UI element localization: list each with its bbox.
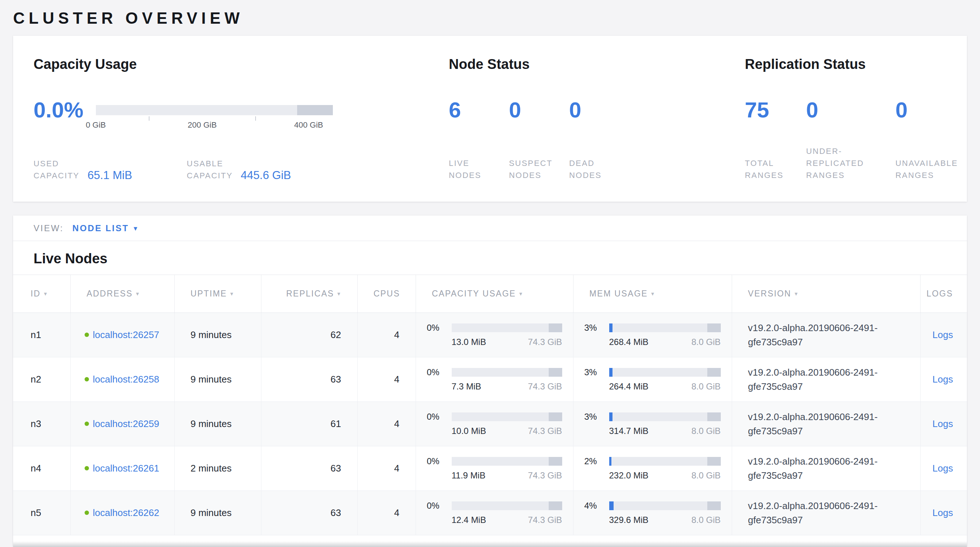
suspect-nodes-label: SUSPECT NODES <box>509 157 569 181</box>
table-header-row: ID▾ ADDRESS▾ UPTIME▾ REPLICAS▾ CPUS CAPA… <box>13 275 967 313</box>
capacity-total-value: 74.3 GiB <box>528 426 562 436</box>
capacity-pct: 0% <box>427 323 452 333</box>
logs-link[interactable]: Logs <box>932 374 953 385</box>
dead-nodes-label: DEAD NODES <box>569 157 601 181</box>
mem-used-value: 232.0 MiB <box>609 471 649 481</box>
capacity-bar <box>96 105 333 115</box>
node-version-cell: v19.2.0-alpha.20190606-2491-gfe735c9a97 <box>732 491 920 535</box>
view-bar: VIEW: NODE LIST ▾ <box>13 216 967 241</box>
mem-usage-cell: 2% 232.0 MiB 8.0 GiB <box>573 446 732 491</box>
node-id-cell: n2 <box>13 357 70 402</box>
live-nodes-title: Live Nodes <box>33 251 967 267</box>
table-row-partial <box>13 535 967 547</box>
dead-nodes-stat: 0 DEAD NODES <box>569 99 601 181</box>
mem-bar-fill <box>609 412 612 421</box>
mem-bar-tail <box>707 323 721 332</box>
node-status-title: Node Status <box>449 56 745 72</box>
mem-total-value: 8.0 GiB <box>691 382 721 392</box>
unavailable-ranges-label: UNAVAILABLE RANGES <box>896 157 958 181</box>
mem-bar-tail <box>707 457 721 466</box>
node-live-dot-icon <box>84 332 89 337</box>
node-address-cell: localhost:26257 <box>70 313 174 357</box>
mem-usage-meter: 4% 329.6 MiB 8.0 GiB <box>584 501 721 525</box>
capacity-usage-cell: 0% 12.4 MiB 74.3 GiB <box>415 491 573 535</box>
node-uptime-cell: 9 minutes <box>174 313 261 357</box>
logs-link[interactable]: Logs <box>932 418 953 429</box>
node-version-cell: v19.2.0-alpha.20190606-2491-gfe735c9a97 <box>732 402 920 446</box>
capacity-bar <box>452 457 562 466</box>
col-header-uptime[interactable]: UPTIME▾ <box>174 275 261 313</box>
capacity-percent: 0.0% <box>33 99 83 121</box>
node-cpus-cell: 4 <box>357 446 415 491</box>
logs-link[interactable]: Logs <box>932 463 953 474</box>
mem-used-value: 329.6 MiB <box>609 515 649 525</box>
axis-label-0: 0 GiB <box>86 120 106 130</box>
capacity-bar-tail <box>549 412 562 421</box>
node-logs-cell: Logs <box>920 402 967 446</box>
node-address-link[interactable]: localhost:26261 <box>93 462 159 475</box>
node-address-link[interactable]: localhost:26257 <box>93 328 159 341</box>
col-header-mem-usage[interactable]: MEM USAGE▾ <box>573 275 732 313</box>
node-address-link[interactable]: localhost:26258 <box>93 373 159 386</box>
table-row: n5 localhost:26262 9 minutes 63 4 0% <box>13 491 967 535</box>
under-replicated-label: UNDER- REPLICATED RANGES <box>806 145 896 181</box>
live-nodes-count: 6 <box>449 99 509 121</box>
mem-usage-cell: 3% 314.7 MiB 8.0 GiB <box>573 402 732 446</box>
node-uptime-cell: 9 minutes <box>174 402 261 446</box>
node-list-select[interactable]: NODE LIST ▾ <box>73 223 137 234</box>
col-header-id[interactable]: ID▾ <box>13 275 70 313</box>
node-status-section: Node Status 6 LIVE NODES 0 SUSPECT NODES… <box>449 56 745 181</box>
capacity-pct: 0% <box>427 412 452 422</box>
capacity-bar <box>452 412 562 421</box>
mem-pct: 2% <box>584 456 609 466</box>
total-ranges-label: TOTAL RANGES <box>745 157 806 181</box>
capacity-usage-meter: 0% 7.3 MiB 74.3 GiB <box>427 367 562 392</box>
replication-status-title: Replication Status <box>745 56 959 72</box>
axis-tick <box>255 116 256 121</box>
col-header-version[interactable]: VERSION▾ <box>732 275 920 313</box>
sort-caret-icon: ▾ <box>136 291 140 297</box>
capacity-bar <box>452 501 562 510</box>
mem-bar-tail <box>707 501 721 510</box>
col-header-replicas[interactable]: REPLICAS▾ <box>261 275 357 313</box>
node-address-link[interactable]: localhost:26259 <box>93 417 159 430</box>
mem-bar-fill <box>609 323 612 332</box>
axis-label-400: 400 GiB <box>294 120 323 130</box>
capacity-usage-meter: 0% 13.0 MiB 74.3 GiB <box>427 323 562 347</box>
capacity-used-value: 13.0 MiB <box>452 337 486 347</box>
mem-usage-meter: 2% 232.0 MiB 8.0 GiB <box>584 456 721 481</box>
mem-bar-fill <box>609 501 614 510</box>
node-address-link[interactable]: localhost:26262 <box>93 506 159 519</box>
node-address-cell: localhost:26262 <box>70 491 174 535</box>
node-id-cell: n4 <box>13 446 70 491</box>
node-version-cell: v19.2.0-alpha.20190606-2491-gfe735c9a97 <box>732 357 920 402</box>
col-header-address[interactable]: ADDRESS▾ <box>70 275 174 313</box>
mem-usage-cell: 4% 329.6 MiB 8.0 GiB <box>573 491 732 535</box>
col-header-capacity-usage[interactable]: CAPACITY USAGE▾ <box>415 275 573 313</box>
mem-bar <box>609 412 721 421</box>
capacity-bar-tail <box>549 457 562 466</box>
capacity-total-value: 74.3 GiB <box>528 382 562 392</box>
mem-usage-meter: 3% 268.4 MiB 8.0 GiB <box>584 323 721 347</box>
mem-pct: 4% <box>584 501 609 511</box>
mem-usage-cell: 3% 268.4 MiB 8.0 GiB <box>573 313 732 357</box>
dead-nodes-count: 0 <box>569 99 601 121</box>
capacity-usage-cell: 0% 10.0 MiB 74.3 GiB <box>415 402 573 446</box>
capacity-usage-cell: 0% 7.3 MiB 74.3 GiB <box>415 357 573 402</box>
node-replicas-cell: 63 <box>261 446 357 491</box>
mem-total-value: 8.0 GiB <box>691 515 721 525</box>
table-row: n3 localhost:26259 9 minutes 61 4 0% <box>13 402 967 446</box>
capacity-used-value: 10.0 MiB <box>452 426 486 436</box>
capacity-usage-meter: 0% 11.9 MiB 74.3 GiB <box>427 456 562 481</box>
capacity-usage-cell: 0% 11.9 MiB 74.3 GiB <box>415 446 573 491</box>
mem-bar <box>609 323 721 332</box>
logs-link[interactable]: Logs <box>932 329 953 340</box>
capacity-bar-tail <box>549 368 562 377</box>
mem-pct: 3% <box>584 412 609 422</box>
axis-tick <box>149 116 150 121</box>
logs-link[interactable]: Logs <box>932 507 953 518</box>
capacity-usage-meter: 0% 12.4 MiB 74.3 GiB <box>427 501 562 525</box>
col-header-logs: LOGS <box>920 275 967 313</box>
capacity-usage-cell: 0% 13.0 MiB 74.3 GiB <box>415 313 573 357</box>
capacity-pct: 0% <box>427 501 452 511</box>
